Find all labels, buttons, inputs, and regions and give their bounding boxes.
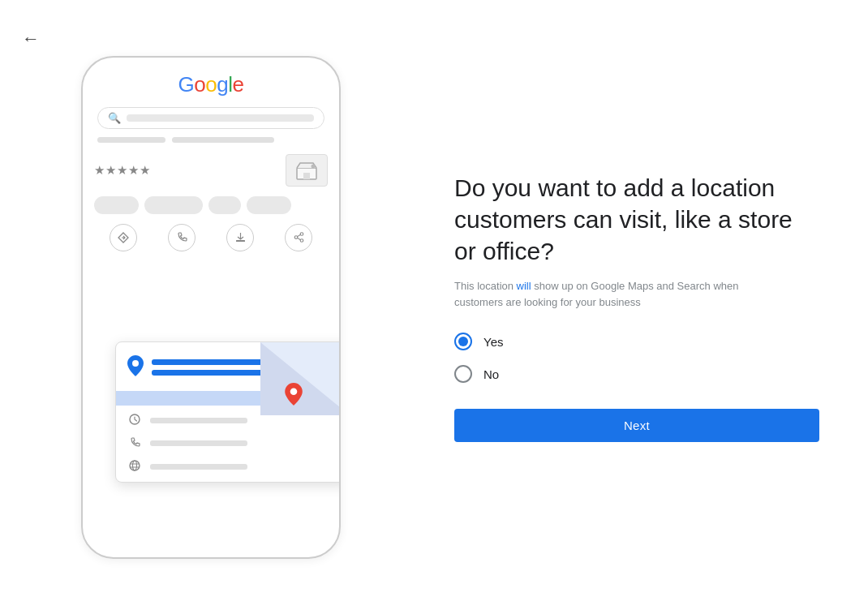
google-letter-o2: o (205, 72, 217, 97)
google-letter-g2: g (217, 72, 228, 97)
clock-icon (127, 414, 142, 427)
phone-row (127, 437, 338, 450)
phone-line (150, 440, 247, 446)
google-letter-e: e (232, 72, 243, 97)
radio-no-label: No (483, 367, 499, 381)
google-letter-o1: o (194, 72, 205, 97)
svg-point-9 (132, 360, 139, 367)
question-subtitle: This location will show up on Google Map… (454, 278, 763, 310)
save-icon (226, 224, 254, 251)
star-rating: ★★★★★ (94, 163, 151, 178)
question-title: Do you want to add a location customers … (454, 172, 819, 267)
svg-point-5 (300, 239, 303, 243)
store-thumbnail (286, 154, 328, 187)
radio-group: Yes No (454, 333, 819, 383)
search-bar-illustration: 🔍 (97, 107, 324, 129)
map-card (115, 341, 341, 483)
website-line (150, 464, 247, 470)
phone-icon (168, 224, 196, 251)
hours-line (150, 418, 247, 423)
pill-2 (144, 196, 203, 214)
website-row (127, 460, 338, 474)
actions-row (94, 224, 328, 251)
svg-point-13 (133, 461, 137, 470)
phone-info-icon (127, 437, 142, 450)
share-icon (285, 224, 312, 251)
svg-point-12 (130, 461, 140, 470)
svg-point-6 (294, 236, 298, 239)
search-bar-line (127, 114, 314, 122)
svg-point-4 (300, 233, 303, 236)
next-button[interactable]: Next (454, 409, 819, 442)
globe-icon (127, 460, 142, 474)
directions-icon (110, 224, 137, 251)
skeleton-line-1 (97, 137, 165, 143)
subtitle-highlight: will (517, 280, 531, 292)
red-location-pin (285, 383, 303, 409)
radio-no-circle (454, 365, 472, 383)
info-rows (116, 406, 341, 482)
svg-rect-3 (236, 240, 245, 242)
svg-line-8 (297, 238, 300, 239)
radio-yes-circle (454, 333, 472, 350)
hours-row (127, 414, 338, 427)
pill-3 (208, 196, 241, 214)
skeleton-line-2 (172, 137, 274, 143)
pill-1 (94, 196, 139, 214)
pills-row (94, 196, 328, 214)
svg-point-2 (312, 164, 316, 168)
stars-row: ★★★★★ (94, 154, 328, 187)
search-icon: 🔍 (108, 112, 121, 124)
option-no[interactable]: No (454, 365, 819, 383)
svg-rect-1 (303, 173, 310, 179)
radio-yes-label: Yes (483, 335, 503, 349)
svg-point-10 (290, 388, 298, 395)
google-letter-g: G (178, 72, 195, 97)
svg-line-7 (297, 234, 300, 236)
google-logo: Google (94, 72, 328, 97)
blue-location-pin (127, 355, 144, 381)
phone-mockup: Google 🔍 ★★★★★ (81, 56, 341, 559)
illustration-panel: Google 🔍 ★★★★★ (0, 0, 422, 614)
question-panel: Do you want to add a location customers … (422, 123, 868, 491)
option-yes[interactable]: Yes (454, 333, 819, 350)
pill-4 (247, 196, 291, 214)
map-card-content (116, 342, 341, 389)
